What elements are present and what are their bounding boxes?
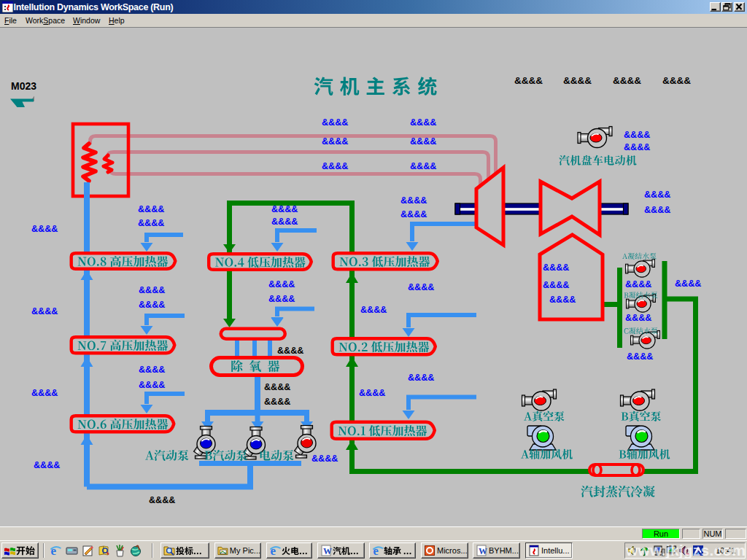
- svg-text:&&&&: &&&&: [264, 397, 290, 407]
- svg-text:&&&&: &&&&: [322, 161, 348, 171]
- svg-text:&&&&: &&&&: [662, 75, 691, 86]
- svg-text:&&&&: &&&&: [139, 300, 165, 310]
- svg-text:&&&&: &&&&: [400, 195, 427, 206]
- svg-text:&&&&: &&&&: [264, 382, 290, 392]
- svg-text:&&&&: &&&&: [675, 279, 701, 289]
- svg-text:&&&&: &&&&: [271, 217, 298, 227]
- svg-text:&&&&: &&&&: [138, 218, 164, 228]
- svg-text:M023: M023: [11, 80, 36, 92]
- svg-text:&&&&: &&&&: [139, 285, 165, 295]
- svg-text:&&&&: &&&&: [408, 373, 434, 383]
- svg-text:&&&&: &&&&: [410, 161, 436, 171]
- svg-text:&&&&: &&&&: [268, 294, 295, 304]
- svg-text:&&&&: &&&&: [268, 279, 295, 289]
- svg-text:&&&&: &&&&: [624, 130, 650, 140]
- svg-text:&&&&: &&&&: [359, 388, 385, 398]
- svg-text:&&&&: &&&&: [139, 365, 165, 375]
- svg-text:&&&&: &&&&: [514, 75, 543, 86]
- svg-text:&&&&: &&&&: [31, 388, 58, 398]
- svg-text:&&&&: &&&&: [138, 204, 164, 214]
- svg-text:&&&&: &&&&: [322, 136, 348, 147]
- svg-text:&&&&: &&&&: [543, 262, 569, 273]
- svg-text:&&&&: &&&&: [563, 75, 592, 86]
- svg-text:&&&&: &&&&: [139, 380, 165, 390]
- svg-text:&&&&: &&&&: [410, 136, 436, 147]
- svg-text:&&&&: &&&&: [31, 224, 58, 234]
- svg-text:&&&&: &&&&: [149, 495, 175, 505]
- svg-text:&&&&: &&&&: [410, 117, 436, 128]
- svg-text:&&&&: &&&&: [624, 142, 650, 152]
- svg-text:&&&&: &&&&: [625, 313, 651, 323]
- svg-text:&&&&: &&&&: [543, 280, 569, 290]
- svg-text:&&&&: &&&&: [311, 454, 338, 464]
- svg-text:&&&&: &&&&: [277, 346, 303, 356]
- svg-text:&&&&: &&&&: [644, 190, 670, 200]
- svg-text:&&&&: &&&&: [400, 209, 427, 219]
- svg-text:&&&&: &&&&: [34, 460, 60, 470]
- svg-text:&&&&: &&&&: [644, 205, 670, 215]
- svg-text:&&&&: &&&&: [271, 204, 298, 214]
- svg-text:&&&&: &&&&: [31, 306, 58, 316]
- svg-text:W: W: [479, 546, 487, 556]
- svg-text:&&&&: &&&&: [549, 295, 576, 305]
- svg-text:&&&&: &&&&: [322, 117, 348, 128]
- svg-text:W: W: [323, 546, 332, 556]
- svg-text:&&&&: &&&&: [613, 75, 641, 86]
- svg-text:&&&&: &&&&: [627, 351, 653, 362]
- svg-text:&&&&: &&&&: [408, 282, 434, 292]
- svg-text:&&&&: &&&&: [625, 279, 651, 289]
- svg-text:&&&&: &&&&: [360, 305, 387, 315]
